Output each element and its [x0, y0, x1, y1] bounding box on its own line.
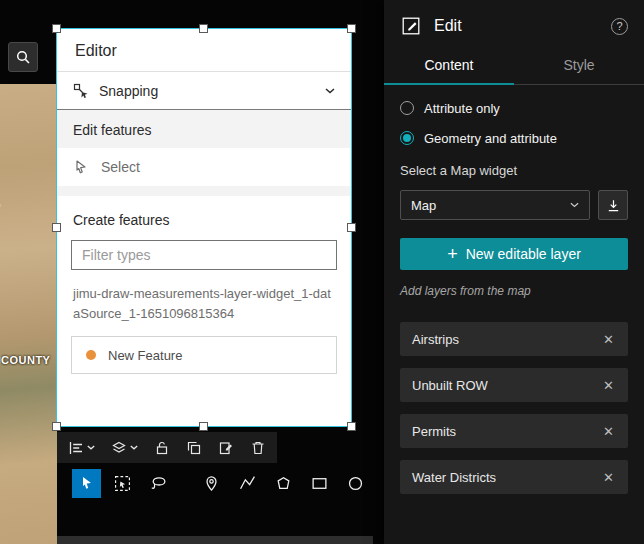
- create-features-heading: Create features: [57, 196, 351, 240]
- polyline-icon: [239, 475, 256, 492]
- align-dropdown-button[interactable]: [61, 435, 102, 461]
- selection-handle-top-center[interactable]: [199, 24, 208, 33]
- panel-title: Edit: [434, 17, 462, 35]
- radio-label: Geometry and attribute: [424, 131, 557, 146]
- select-map-widget-label: Select a Map widget: [400, 163, 628, 178]
- datasource-name: jimu-draw-measurements-layer-widget_1-da…: [73, 284, 335, 324]
- selection-handle-top-left[interactable]: [52, 24, 61, 33]
- add-layers-hint: Add layers from the map: [400, 284, 628, 298]
- polygon-tool-button[interactable]: [269, 469, 298, 498]
- layer-name: Permits: [412, 424, 456, 439]
- layer-item-permits[interactable]: Permits ✕: [400, 414, 628, 448]
- select-label: Select: [101, 159, 140, 175]
- circle-icon: [347, 475, 364, 492]
- snapping-row[interactable]: Snapping: [57, 72, 351, 110]
- lasso-select-tool-button[interactable]: [144, 469, 173, 498]
- new-editable-layer-button[interactable]: + New editable layer: [400, 238, 628, 270]
- marquee-select-icon: [114, 475, 131, 492]
- panel-body: Attribute only Geometry and attribute Se…: [384, 85, 644, 506]
- cursor-icon: [79, 475, 95, 491]
- selection-handle-bottom-left[interactable]: [52, 422, 61, 431]
- selection-handle-bottom-right[interactable]: [347, 422, 356, 431]
- remove-layer-icon[interactable]: ✕: [601, 422, 616, 441]
- panel-tabs: Content Style: [384, 49, 644, 85]
- align-icon: [68, 440, 84, 456]
- trash-icon: [250, 440, 266, 456]
- radio-unselected-icon: [400, 101, 414, 115]
- delete-button[interactable]: [243, 435, 273, 461]
- download-icon: [606, 198, 621, 213]
- draw-toolbar: [72, 466, 370, 500]
- snapping-label: Snapping: [99, 83, 158, 99]
- point-tool-button[interactable]: [197, 469, 226, 498]
- edit-widget-icon: [400, 15, 422, 37]
- layer-name: Water Districts: [412, 470, 496, 485]
- editor-widget-title: Editor: [57, 29, 351, 72]
- map-widget-row: Map: [400, 190, 628, 220]
- page-edit-icon: [218, 440, 234, 456]
- rectangle-tool-button[interactable]: [305, 469, 334, 498]
- selection-handle-bottom-center[interactable]: [199, 422, 208, 431]
- snapping-icon: [73, 83, 89, 99]
- order-dropdown-button[interactable]: [104, 435, 145, 461]
- layer-item-unbuilt-row[interactable]: Unbuilt ROW ✕: [400, 368, 628, 402]
- panel-header: Edit ?: [384, 0, 644, 49]
- selection-handle-mid-right[interactable]: [347, 223, 356, 232]
- new-editable-layer-label: New editable layer: [466, 246, 581, 262]
- layer-name: Unbuilt ROW: [412, 378, 488, 393]
- rectangle-select-tool-button[interactable]: [108, 469, 137, 498]
- circle-tool-button[interactable]: [341, 469, 370, 498]
- polygon-icon: [275, 475, 292, 492]
- plus-icon: +: [447, 245, 458, 263]
- map-widget-select-value: Map: [411, 198, 436, 213]
- new-feature-template[interactable]: New Feature: [71, 336, 337, 374]
- pointer-tool-button[interactable]: [72, 469, 101, 498]
- editor-widget: Editor Snapping Edit features: [57, 29, 351, 426]
- map-background: [0, 84, 57, 544]
- layer-item-airstrips[interactable]: Airstrips ✕: [400, 322, 628, 356]
- chevron-down-icon: [570, 202, 579, 208]
- layer-item-water-districts[interactable]: Water Districts ✕: [400, 460, 628, 494]
- tab-style[interactable]: Style: [514, 49, 644, 84]
- edit-features-heading: Edit features: [57, 110, 351, 148]
- selection-handle-mid-left[interactable]: [52, 223, 61, 232]
- search-button[interactable]: [8, 42, 38, 72]
- radio-attribute-only[interactable]: Attribute only: [400, 99, 628, 117]
- copy-icon: [186, 440, 202, 456]
- chevron-down-icon: [325, 88, 335, 94]
- radio-label: Attribute only: [424, 101, 500, 116]
- chevron-down-icon: [130, 445, 138, 450]
- search-icon: [15, 49, 31, 65]
- import-layers-button[interactable]: [598, 190, 628, 220]
- edit-features-section: Edit features Select: [57, 110, 351, 196]
- save-template-button[interactable]: [211, 435, 241, 461]
- remove-layer-icon[interactable]: ✕: [601, 330, 616, 349]
- tab-content[interactable]: Content: [384, 49, 514, 84]
- pin-icon: [203, 475, 220, 492]
- select-tool-row[interactable]: Select: [57, 148, 351, 186]
- template-label: New Feature: [108, 348, 182, 363]
- remove-layer-icon[interactable]: ✕: [601, 468, 616, 487]
- feature-symbol-dot: [86, 350, 96, 360]
- widget-toolbar: [57, 432, 277, 463]
- map-widget-select[interactable]: Map: [400, 190, 590, 220]
- select-cursor-icon: [73, 159, 89, 175]
- builder-canvas: COUNTY Editor Snapping: [0, 0, 384, 544]
- unlock-button[interactable]: [147, 435, 177, 461]
- unlock-icon: [154, 440, 170, 456]
- map-bottom-strip: [57, 536, 373, 544]
- remove-layer-icon[interactable]: ✕: [601, 376, 616, 395]
- rectangle-icon: [311, 475, 328, 492]
- settings-panel: Edit ? Content Style Attribute only Geom…: [384, 0, 644, 544]
- layers-icon: [111, 440, 127, 456]
- polyline-tool-button[interactable]: [233, 469, 262, 498]
- app-root: COUNTY Editor Snapping: [0, 0, 644, 544]
- map-label-county: COUNTY: [1, 354, 57, 366]
- help-icon[interactable]: ?: [611, 18, 628, 35]
- chevron-down-icon: [87, 445, 95, 450]
- radio-geometry-and-attribute[interactable]: Geometry and attribute: [400, 129, 628, 147]
- filter-types-input[interactable]: [71, 240, 337, 270]
- selection-handle-top-right[interactable]: [347, 24, 356, 33]
- layer-name: Airstrips: [412, 332, 459, 347]
- duplicate-button[interactable]: [179, 435, 209, 461]
